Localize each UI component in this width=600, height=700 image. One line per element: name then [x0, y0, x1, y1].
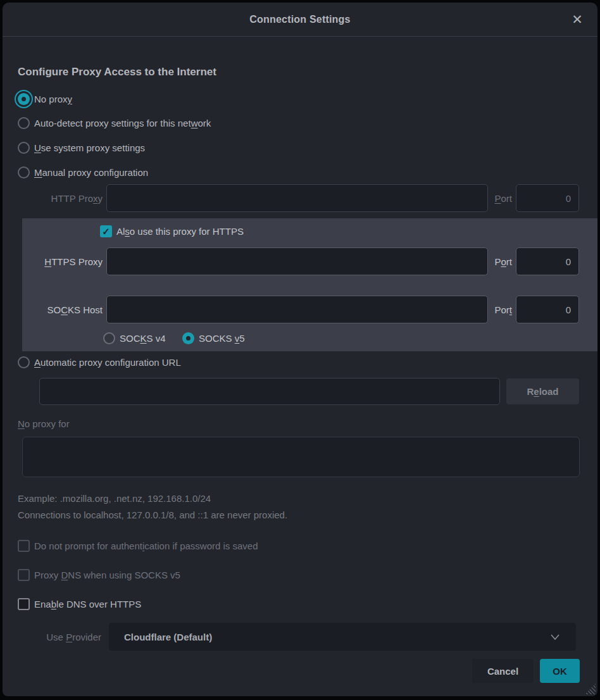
radio-socks-v4-label: SOCKS v4: [120, 333, 166, 344]
radio-no-proxy[interactable]: No proxy: [18, 91, 72, 107]
connection-settings-dialog: Connection Settings ✕ Configure Proxy Ac…: [3, 3, 597, 696]
https-port-input[interactable]: [516, 247, 579, 275]
checkbox-no-prompt-auth[interactable]: Do not prompt for authentication if pass…: [18, 537, 258, 554]
checkbox-icon: [18, 598, 30, 610]
radio-manual-proxy-label: Manual proxy configuration: [34, 167, 148, 178]
radio-icon: [103, 332, 115, 344]
radio-auto-config-url-label: Automatic proxy configuration URL: [34, 357, 181, 368]
checkbox-icon: ✓: [100, 225, 112, 237]
ok-button[interactable]: OK: [540, 659, 580, 683]
dialog-title: Connection Settings: [3, 3, 597, 36]
socks-host-input[interactable]: [106, 296, 488, 323]
checkbox-proxy-dns-socks5[interactable]: Proxy DNS when using SOCKS v5: [18, 566, 180, 583]
use-provider-label: Use Provider: [3, 632, 101, 642]
radio-socks-v5[interactable]: SOCKS v5: [182, 330, 245, 346]
radio-auto-config-url[interactable]: Automatic proxy configuration URL: [18, 354, 181, 370]
radio-socks-v4[interactable]: SOCKS v4: [103, 330, 166, 346]
close-icon[interactable]: ✕: [568, 11, 586, 28]
reload-button[interactable]: Reload: [506, 378, 579, 404]
https-proxy-row: HTTPS Proxy Port: [3, 247, 579, 275]
socks-port-input[interactable]: [516, 296, 579, 323]
socks-port-label: Port: [494, 304, 512, 315]
radio-icon: [18, 117, 30, 129]
cancel-button[interactable]: Cancel: [472, 659, 534, 683]
checkbox-also-use-https[interactable]: ✓ Also use this proxy for HTTPS: [100, 223, 244, 239]
no-proxy-example-text: Example: .mozilla.org, .net.nz, 192.168.…: [18, 493, 211, 504]
no-proxy-note-text: Connections to localhost, 127.0.0.1/8, a…: [18, 509, 287, 520]
https-port-label: Port: [494, 256, 512, 267]
socks-host-label: SOCKS Host: [3, 304, 103, 315]
https-proxy-label: HTTPS Proxy: [3, 256, 103, 267]
enable-doh-label: Enable DNS over HTTPS: [34, 599, 141, 609]
radio-icon: [18, 142, 30, 154]
http-proxy-label: HTTP Proxy: [3, 193, 103, 204]
https-proxy-input[interactable]: [106, 247, 488, 275]
radio-icon: [182, 332, 194, 344]
no-proxy-for-label: No proxy for: [18, 418, 70, 429]
radio-system-proxy-label: Use system proxy settings: [34, 142, 145, 153]
checkmark-icon: ✓: [102, 227, 110, 236]
radio-no-proxy-label: No proxy: [34, 94, 72, 104]
proxy-dns-socks5-label: Proxy DNS when using SOCKS v5: [34, 570, 180, 580]
page-title: Configure Proxy Access to the Internet: [18, 66, 216, 78]
radio-icon: [18, 356, 30, 368]
chevron-down-icon: [551, 634, 559, 640]
socks-host-row: SOCKS Host Port: [3, 296, 579, 323]
provider-row: Use Provider Cloudflare (Default): [3, 623, 576, 651]
checkbox-icon: [18, 569, 30, 581]
no-prompt-auth-label: Do not prompt for authentication if pass…: [34, 541, 258, 551]
http-proxy-input[interactable]: [106, 184, 488, 212]
radio-auto-detect[interactable]: Auto-detect proxy settings for this netw…: [18, 115, 211, 131]
also-use-https-label: Also use this proxy for HTTPS: [116, 226, 244, 237]
checkbox-enable-doh[interactable]: Enable DNS over HTTPS: [18, 596, 141, 612]
radio-auto-detect-label: Auto-detect proxy settings for this netw…: [34, 118, 211, 128]
radio-icon: [18, 166, 30, 178]
provider-selected-value: Cloudflare (Default): [124, 632, 551, 642]
radio-system-proxy[interactable]: Use system proxy settings: [18, 139, 145, 156]
provider-select[interactable]: Cloudflare (Default): [109, 623, 576, 651]
resize-grip[interactable]: [585, 684, 596, 694]
radio-socks-v5-label: SOCKS v5: [199, 333, 245, 344]
http-proxy-row: HTTP Proxy Port: [3, 184, 579, 212]
radio-icon: [18, 93, 30, 105]
radio-manual-proxy[interactable]: Manual proxy configuration: [18, 164, 148, 180]
no-proxy-for-textarea[interactable]: [22, 437, 580, 477]
auto-config-url-input[interactable]: [39, 378, 500, 405]
http-port-label: Port: [494, 193, 512, 204]
checkbox-icon: [18, 540, 30, 552]
http-port-input[interactable]: [516, 184, 579, 212]
titlebar: Connection Settings ✕: [3, 3, 597, 37]
